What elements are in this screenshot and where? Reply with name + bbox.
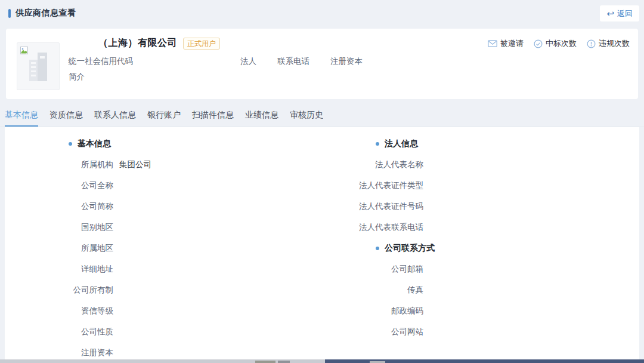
field-label: 所属地区 bbox=[5, 243, 113, 254]
field-label: 国别地区 bbox=[5, 222, 113, 233]
field-row: 所属机构集团公司 bbox=[5, 154, 322, 175]
tab-银行账户[interactable]: 银行账户 bbox=[147, 110, 181, 127]
field-row: 详细地址 bbox=[5, 259, 322, 279]
back-button[interactable]: ↩ 返回 bbox=[600, 5, 639, 21]
section-header-公司联系方式: 公司联系方式 bbox=[322, 238, 639, 259]
company-info-row: 统一社会信用代码法人联系电话注册资本 bbox=[69, 56, 363, 67]
field-row: 注册资本 bbox=[5, 342, 322, 359]
company-logo-placeholder bbox=[17, 42, 60, 90]
column-left: 基本信息所属机构集团公司公司全称公司简称国别地区所属地区详细地址公司所有制资信等… bbox=[5, 133, 322, 359]
field-label: 公司简称 bbox=[5, 201, 113, 212]
warning-circle-icon bbox=[587, 39, 596, 48]
company-info-label: 注册资本 bbox=[330, 56, 363, 67]
stat-label: 中标次数 bbox=[546, 38, 577, 49]
field-label: 公司所有制 bbox=[5, 285, 113, 296]
tab-bar: 基本信息资质信息联系人信息银行账户扫描件信息业绩信息审核历史 bbox=[0, 110, 644, 127]
stat-被邀请[interactable]: 被邀请 bbox=[488, 38, 524, 49]
content-panel: 基本信息所属机构集团公司公司全称公司简称国别地区所属地区详细地址公司所有制资信等… bbox=[5, 127, 639, 359]
field-label: 注册资本 bbox=[5, 347, 113, 358]
page-title-wrap: 供应商信息查看 bbox=[8, 8, 76, 19]
field-label: 法人代表名称 bbox=[322, 159, 423, 170]
section-header-基本信息: 基本信息 bbox=[5, 133, 322, 154]
background-artifact bbox=[278, 361, 290, 363]
company-name: （上海）有限公司 bbox=[98, 37, 177, 50]
stat-label: 违规次数 bbox=[599, 38, 630, 49]
page-header: 供应商信息查看 ↩ 返回 bbox=[0, 0, 644, 27]
field-row: 国别地区 bbox=[5, 217, 322, 238]
tab-基本信息[interactable]: 基本信息 bbox=[5, 110, 38, 127]
field-label: 详细地址 bbox=[5, 264, 113, 275]
field-label: 法人代表证件类型 bbox=[322, 180, 423, 191]
stat-中标次数[interactable]: 中标次数 bbox=[534, 38, 577, 49]
envelope-icon bbox=[488, 39, 497, 48]
field-row: 邮政编码 bbox=[322, 300, 639, 321]
tab-审核历史[interactable]: 审核历史 bbox=[290, 110, 323, 127]
section-title: 基本信息 bbox=[78, 139, 111, 149]
section-bullet-icon bbox=[69, 142, 72, 146]
building-icon bbox=[26, 51, 52, 85]
field-row: 公司简称 bbox=[5, 196, 322, 217]
company-info-label: 联系电话 bbox=[277, 56, 309, 67]
user-status-badge: 正式用户 bbox=[183, 38, 220, 50]
field-label: 公司全称 bbox=[5, 180, 113, 191]
field-row: 资信等级 bbox=[5, 300, 322, 321]
field-row: 公司邮箱 bbox=[322, 259, 639, 279]
section-bullet-icon bbox=[376, 142, 379, 146]
field-row: 传真 bbox=[322, 279, 639, 300]
background-window-sliver bbox=[0, 359, 644, 363]
field-label: 法人代表联系电话 bbox=[322, 222, 423, 233]
field-row: 法人代表联系电话 bbox=[322, 217, 639, 238]
stat-违规次数[interactable]: 违规次数 bbox=[587, 38, 630, 49]
field-row: 法人代表证件类型 bbox=[322, 175, 639, 196]
company-stats: 被邀请中标次数违规次数 bbox=[488, 38, 630, 49]
company-summary-card: （上海）有限公司 正式用户 被邀请中标次数违规次数 统一社会信用代码法人联系电话… bbox=[6, 29, 638, 99]
field-label: 所属机构 bbox=[5, 159, 113, 170]
section-bullet-icon bbox=[376, 247, 379, 250]
company-info-label: 法人 bbox=[240, 56, 256, 67]
company-info-label: 统一社会信用代码 bbox=[69, 56, 133, 67]
field-label: 公司网站 bbox=[322, 327, 423, 337]
back-button-label: 返回 bbox=[617, 8, 633, 19]
award-circle-icon bbox=[534, 39, 543, 48]
section-title: 法人信息 bbox=[385, 139, 418, 149]
field-row: 公司全称 bbox=[5, 175, 322, 196]
title-accent-bar bbox=[8, 9, 11, 18]
field-row: 所属地区 bbox=[5, 238, 322, 259]
field-row: 法人代表证件号码 bbox=[322, 196, 639, 217]
field-label: 法人代表证件号码 bbox=[322, 201, 423, 212]
company-intro-label: 简介 bbox=[69, 72, 85, 82]
field-row: 公司所有制 bbox=[5, 279, 322, 300]
tab-扫描件信息[interactable]: 扫描件信息 bbox=[192, 110, 234, 127]
field-label: 资信等级 bbox=[5, 306, 113, 316]
column-right: 法人信息法人代表名称法人代表证件类型法人代表证件号码法人代表联系电话公司联系方式… bbox=[322, 133, 639, 359]
section-header-法人信息: 法人信息 bbox=[322, 133, 639, 154]
tab-业绩信息[interactable]: 业绩信息 bbox=[245, 110, 278, 127]
field-label: 公司邮箱 bbox=[322, 264, 423, 275]
stat-label: 被邀请 bbox=[500, 38, 524, 49]
field-row: 公司网站 bbox=[322, 321, 639, 342]
field-row: 法人代表名称 bbox=[322, 154, 639, 175]
background-artifact bbox=[255, 361, 275, 363]
tab-联系人信息[interactable]: 联系人信息 bbox=[94, 110, 136, 127]
page-title: 供应商信息查看 bbox=[16, 8, 76, 19]
field-value: 集团公司 bbox=[119, 159, 151, 170]
field-label: 公司性质 bbox=[5, 327, 113, 337]
field-row: 公司性质 bbox=[5, 321, 322, 342]
tab-资质信息[interactable]: 资质信息 bbox=[49, 110, 83, 127]
field-label: 邮政编码 bbox=[322, 306, 423, 316]
back-arrow-icon: ↩ bbox=[606, 9, 614, 18]
field-label: 传真 bbox=[322, 285, 423, 296]
section-title: 公司联系方式 bbox=[385, 243, 435, 254]
